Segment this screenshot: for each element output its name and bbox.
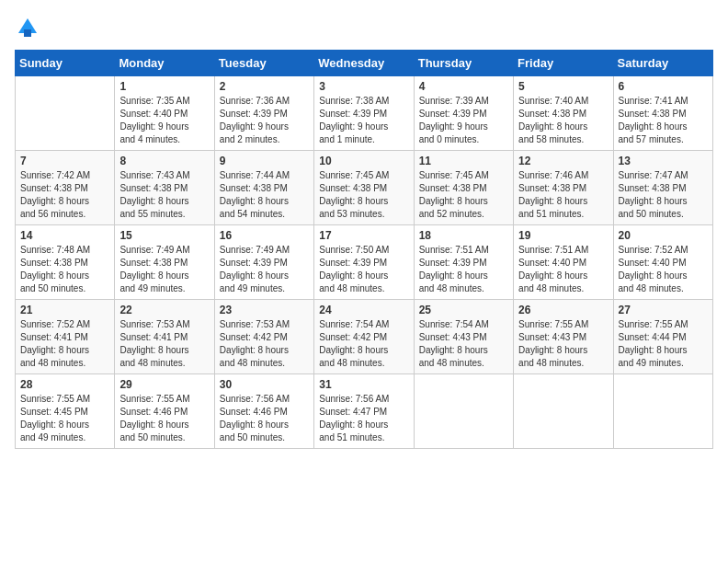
svg-rect-1	[24, 29, 31, 37]
day-number: 13	[619, 155, 708, 167]
day-number: 19	[518, 229, 608, 242]
day-info: Sunrise: 7:48 AM Sunset: 4:38 PM Dayligh…	[20, 244, 109, 295]
calendar-cell: 17Sunrise: 7:50 AM Sunset: 4:39 PM Dayli…	[314, 225, 414, 300]
day-info: Sunrise: 7:47 AM Sunset: 4:38 PM Dayligh…	[619, 169, 708, 221]
day-number: 30	[220, 378, 309, 391]
day-number: 4	[419, 80, 508, 93]
day-info: Sunrise: 7:44 AM Sunset: 4:38 PM Dayligh…	[220, 169, 309, 221]
calendar-week-row: 14Sunrise: 7:48 AM Sunset: 4:38 PM Dayli…	[16, 225, 713, 300]
day-number: 11	[419, 155, 508, 167]
day-number: 26	[518, 304, 608, 316]
day-info: Sunrise: 7:55 AM Sunset: 4:43 PM Dayligh…	[518, 318, 608, 370]
day-info: Sunrise: 7:52 AM Sunset: 4:40 PM Dayligh…	[619, 244, 708, 295]
weekday-header: Saturday	[613, 51, 712, 76]
calendar-cell: 11Sunrise: 7:45 AM Sunset: 4:38 PM Dayli…	[414, 151, 513, 225]
day-info: Sunrise: 7:46 AM Sunset: 4:38 PM Dayligh…	[518, 169, 608, 221]
calendar-cell: 26Sunrise: 7:55 AM Sunset: 4:43 PM Dayli…	[514, 300, 613, 374]
calendar-cell: 6Sunrise: 7:41 AM Sunset: 4:38 PM Daylig…	[613, 76, 712, 151]
weekday-header: Tuesday	[214, 51, 313, 76]
day-info: Sunrise: 7:54 AM Sunset: 4:42 PM Dayligh…	[319, 318, 408, 370]
calendar-cell: 19Sunrise: 7:51 AM Sunset: 4:40 PM Dayli…	[514, 225, 613, 300]
calendar-cell: 20Sunrise: 7:52 AM Sunset: 4:40 PM Dayli…	[613, 225, 712, 300]
day-number: 20	[619, 229, 708, 242]
day-number: 3	[319, 80, 408, 93]
calendar-cell	[514, 374, 613, 449]
calendar-cell: 24Sunrise: 7:54 AM Sunset: 4:42 PM Dayli…	[314, 300, 414, 374]
day-info: Sunrise: 7:56 AM Sunset: 4:47 PM Dayligh…	[319, 393, 408, 444]
day-info: Sunrise: 7:36 AM Sunset: 4:39 PM Dayligh…	[220, 95, 309, 146]
calendar-week-row: 7Sunrise: 7:42 AM Sunset: 4:38 PM Daylig…	[16, 151, 713, 225]
calendar-cell	[613, 374, 712, 449]
weekday-header: Monday	[115, 51, 214, 76]
weekday-header: Friday	[514, 51, 613, 76]
day-info: Sunrise: 7:45 AM Sunset: 4:38 PM Dayligh…	[319, 169, 408, 221]
day-number: 27	[619, 304, 708, 316]
day-info: Sunrise: 7:49 AM Sunset: 4:39 PM Dayligh…	[220, 244, 309, 295]
day-number: 23	[220, 304, 309, 316]
calendar-cell: 22Sunrise: 7:53 AM Sunset: 4:41 PM Dayli…	[115, 300, 214, 374]
day-info: Sunrise: 7:40 AM Sunset: 4:38 PM Dayligh…	[518, 95, 608, 146]
calendar-cell: 2Sunrise: 7:36 AM Sunset: 4:39 PM Daylig…	[214, 76, 313, 151]
day-number: 5	[518, 80, 608, 93]
weekday-header: Thursday	[414, 51, 513, 76]
day-number: 24	[319, 304, 408, 316]
calendar-week-row: 28Sunrise: 7:55 AM Sunset: 4:45 PM Dayli…	[16, 374, 713, 449]
calendar-cell: 30Sunrise: 7:56 AM Sunset: 4:46 PM Dayli…	[214, 374, 313, 449]
day-info: Sunrise: 7:50 AM Sunset: 4:39 PM Dayligh…	[319, 244, 408, 295]
day-info: Sunrise: 7:39 AM Sunset: 4:39 PM Dayligh…	[419, 95, 508, 146]
weekday-header: Wednesday	[314, 51, 414, 76]
day-info: Sunrise: 7:43 AM Sunset: 4:38 PM Dayligh…	[119, 169, 209, 221]
day-number: 28	[20, 378, 109, 391]
calendar-cell: 21Sunrise: 7:52 AM Sunset: 4:41 PM Dayli…	[16, 300, 115, 374]
day-info: Sunrise: 7:53 AM Sunset: 4:41 PM Dayligh…	[119, 318, 209, 370]
day-info: Sunrise: 7:45 AM Sunset: 4:38 PM Dayligh…	[419, 169, 508, 221]
day-number: 15	[119, 229, 209, 242]
calendar-cell: 4Sunrise: 7:39 AM Sunset: 4:39 PM Daylig…	[414, 76, 513, 151]
calendar-header-row: SundayMondayTuesdayWednesdayThursdayFrid…	[16, 51, 713, 76]
day-number: 31	[319, 378, 408, 391]
day-info: Sunrise: 7:42 AM Sunset: 4:38 PM Dayligh…	[20, 169, 109, 221]
calendar-cell: 10Sunrise: 7:45 AM Sunset: 4:38 PM Dayli…	[314, 151, 414, 225]
day-info: Sunrise: 7:55 AM Sunset: 4:44 PM Dayligh…	[619, 318, 708, 370]
day-number: 25	[419, 304, 508, 316]
calendar-cell: 13Sunrise: 7:47 AM Sunset: 4:38 PM Dayli…	[613, 151, 712, 225]
calendar-cell: 1Sunrise: 7:35 AM Sunset: 4:40 PM Daylig…	[115, 76, 214, 151]
logo-icon	[15, 15, 40, 40]
day-info: Sunrise: 7:53 AM Sunset: 4:42 PM Dayligh…	[220, 318, 309, 370]
calendar-cell: 28Sunrise: 7:55 AM Sunset: 4:45 PM Dayli…	[16, 374, 115, 449]
logo	[15, 15, 44, 40]
day-number: 18	[419, 229, 508, 242]
calendar-cell: 15Sunrise: 7:49 AM Sunset: 4:38 PM Dayli…	[115, 225, 214, 300]
day-number: 22	[119, 304, 209, 316]
calendar-cell: 16Sunrise: 7:49 AM Sunset: 4:39 PM Dayli…	[214, 225, 313, 300]
day-number: 29	[119, 378, 209, 391]
day-number: 14	[20, 229, 109, 242]
day-info: Sunrise: 7:51 AM Sunset: 4:39 PM Dayligh…	[419, 244, 508, 295]
day-number: 21	[20, 304, 109, 316]
calendar-cell: 25Sunrise: 7:54 AM Sunset: 4:43 PM Dayli…	[414, 300, 513, 374]
day-info: Sunrise: 7:56 AM Sunset: 4:46 PM Dayligh…	[220, 393, 309, 444]
calendar-cell: 18Sunrise: 7:51 AM Sunset: 4:39 PM Dayli…	[414, 225, 513, 300]
page-header	[15, 15, 713, 40]
calendar-cell: 14Sunrise: 7:48 AM Sunset: 4:38 PM Dayli…	[16, 225, 115, 300]
day-info: Sunrise: 7:41 AM Sunset: 4:38 PM Dayligh…	[619, 95, 708, 146]
day-number: 7	[20, 155, 109, 167]
calendar-table: SundayMondayTuesdayWednesdayThursdayFrid…	[15, 50, 713, 449]
calendar-week-row: 1Sunrise: 7:35 AM Sunset: 4:40 PM Daylig…	[16, 76, 713, 151]
day-info: Sunrise: 7:55 AM Sunset: 4:45 PM Dayligh…	[20, 393, 109, 444]
day-number: 1	[119, 80, 209, 93]
calendar-cell: 7Sunrise: 7:42 AM Sunset: 4:38 PM Daylig…	[16, 151, 115, 225]
calendar-cell: 12Sunrise: 7:46 AM Sunset: 4:38 PM Dayli…	[514, 151, 613, 225]
weekday-header: Sunday	[16, 51, 115, 76]
day-info: Sunrise: 7:54 AM Sunset: 4:43 PM Dayligh…	[419, 318, 508, 370]
calendar-cell: 31Sunrise: 7:56 AM Sunset: 4:47 PM Dayli…	[314, 374, 414, 449]
day-number: 16	[220, 229, 309, 242]
day-number: 10	[319, 155, 408, 167]
day-number: 2	[220, 80, 309, 93]
day-number: 8	[119, 155, 209, 167]
day-info: Sunrise: 7:51 AM Sunset: 4:40 PM Dayligh…	[518, 244, 608, 295]
calendar-cell: 5Sunrise: 7:40 AM Sunset: 4:38 PM Daylig…	[514, 76, 613, 151]
calendar-cell: 27Sunrise: 7:55 AM Sunset: 4:44 PM Dayli…	[613, 300, 712, 374]
day-number: 12	[518, 155, 608, 167]
day-info: Sunrise: 7:38 AM Sunset: 4:39 PM Dayligh…	[319, 95, 408, 146]
